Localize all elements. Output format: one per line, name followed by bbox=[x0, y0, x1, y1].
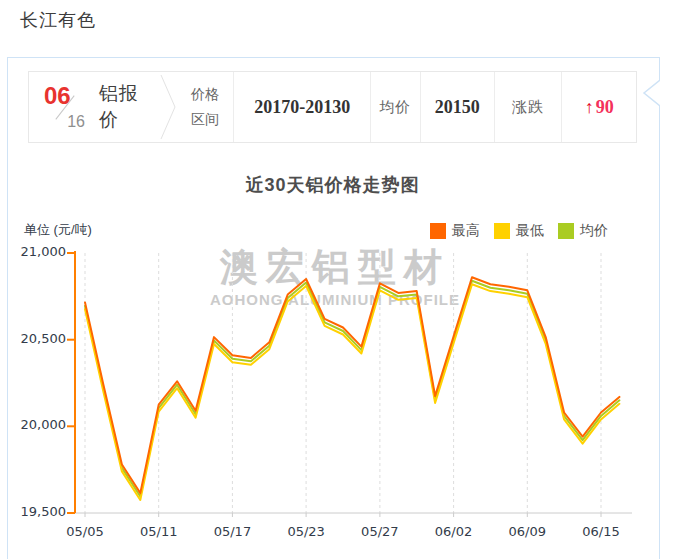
legend-label: 均价 bbox=[580, 222, 608, 240]
legend-label: 最高 bbox=[452, 222, 480, 240]
y-axis-label: 19,500 bbox=[8, 504, 66, 519]
chevron-right-icon bbox=[159, 72, 177, 142]
legend-swatch-icon bbox=[494, 223, 510, 239]
chart-title: 近30天铝价格走势图 bbox=[7, 173, 658, 197]
product-name: 铝报价 bbox=[99, 81, 159, 133]
x-axis-label: 05/17 bbox=[202, 524, 262, 539]
x-axis-label: 06/09 bbox=[497, 524, 557, 539]
y-axis-label: 20,000 bbox=[8, 417, 66, 432]
range-label-line1: 价格 bbox=[191, 82, 219, 107]
range-label: 价格 区间 bbox=[177, 72, 234, 142]
up-arrow-icon: ↑ bbox=[585, 97, 594, 118]
x-axis-label: 05/05 bbox=[55, 524, 115, 539]
quote-date-day: 16 bbox=[67, 113, 85, 131]
quote-bar: 06 16 铝报价 价格 区间 20170-20130 均价 20150 涨跌 … bbox=[28, 71, 637, 143]
legend-item-avg[interactable]: 均价 bbox=[558, 222, 608, 240]
x-axis-label: 06/02 bbox=[424, 524, 484, 539]
quote-date: 06 16 bbox=[43, 85, 87, 129]
legend-swatch-icon bbox=[558, 223, 574, 239]
x-axis-label: 05/23 bbox=[276, 524, 336, 539]
chart-legend: 最高最低均价 bbox=[430, 222, 608, 240]
x-axis-label: 05/11 bbox=[129, 524, 189, 539]
avg-value: 20150 bbox=[420, 72, 494, 142]
legend-item-low[interactable]: 最低 bbox=[494, 222, 544, 240]
series-line-high bbox=[85, 277, 619, 493]
series-line-avg bbox=[85, 281, 619, 497]
y-axis-label: 21,000 bbox=[8, 244, 66, 259]
change-value: ↑ 90 bbox=[561, 72, 636, 142]
panel-collapse-chevron-icon[interactable] bbox=[638, 78, 660, 108]
page: 长江有色 06 16 铝报价 价格 区间 20170-20130 均价 2015… bbox=[0, 0, 678, 559]
legend-swatch-icon bbox=[430, 223, 446, 239]
avg-label: 均价 bbox=[370, 72, 420, 142]
legend-label: 最低 bbox=[516, 222, 544, 240]
y-axis-label: 20,500 bbox=[8, 331, 66, 346]
chart-unit-label: 单位 (元/吨) bbox=[24, 221, 92, 239]
change-number: 90 bbox=[596, 97, 614, 118]
change-label: 涨跌 bbox=[494, 72, 562, 142]
x-axis-label: 05/27 bbox=[350, 524, 410, 539]
range-value: 20170-20130 bbox=[233, 72, 370, 142]
x-axis-label: 06/15 bbox=[571, 524, 631, 539]
range-label-line2: 区间 bbox=[191, 107, 219, 132]
series-line-low bbox=[85, 284, 619, 500]
quote-date-cell: 06 16 铝报价 bbox=[29, 72, 159, 142]
legend-item-high[interactable]: 最高 bbox=[430, 222, 480, 240]
